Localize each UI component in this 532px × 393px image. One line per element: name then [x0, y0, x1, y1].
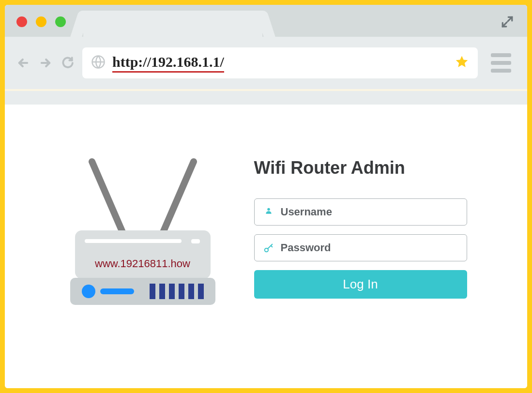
tab-strip	[5, 5, 527, 37]
password-input[interactable]	[281, 242, 458, 254]
browser-toolbar: http://192.168.1.1/	[5, 37, 527, 91]
key-icon	[263, 242, 274, 253]
maximize-window-button[interactable]	[55, 16, 66, 27]
username-input[interactable]	[281, 206, 458, 218]
page-content: www.19216811.how Wifi Router Admin Log I…	[5, 105, 527, 388]
expand-icon[interactable]	[501, 15, 514, 30]
url-text[interactable]: http://192.168.1.1/	[112, 54, 224, 73]
window-controls	[16, 16, 66, 27]
router-icon	[65, 158, 220, 308]
router-watermark-label: www.19216811.how	[65, 257, 220, 270]
svg-rect-3	[191, 239, 200, 243]
svg-rect-11	[188, 284, 194, 299]
browser-window: http://192.168.1.1/	[5, 5, 527, 388]
page-title: Wifi Router Admin	[254, 158, 467, 178]
svg-rect-7	[150, 284, 155, 299]
svg-rect-6	[100, 288, 134, 294]
svg-rect-12	[198, 284, 204, 299]
forward-button[interactable]	[39, 56, 52, 70]
router-illustration: www.19216811.how	[65, 158, 220, 308]
nav-buttons	[16, 56, 74, 70]
close-window-button[interactable]	[16, 16, 27, 27]
address-bar[interactable]: http://192.168.1.1/	[82, 47, 478, 78]
svg-rect-8	[159, 284, 165, 299]
minimize-window-button[interactable]	[36, 16, 46, 27]
globe-icon	[91, 55, 106, 71]
browser-tab[interactable]	[83, 11, 262, 37]
back-button[interactable]	[16, 56, 30, 70]
svg-point-13	[267, 208, 270, 211]
svg-rect-9	[169, 284, 175, 299]
svg-rect-1	[75, 230, 211, 279]
svg-point-5	[82, 285, 95, 298]
toolbar-divider	[5, 91, 527, 105]
person-icon	[263, 207, 274, 217]
login-form: Wifi Router Admin Log In	[254, 158, 467, 299]
reload-button[interactable]	[61, 56, 74, 70]
svg-rect-2	[85, 239, 182, 243]
username-field-wrapper[interactable]	[254, 198, 467, 226]
hamburger-menu-button[interactable]	[486, 48, 516, 77]
password-field-wrapper[interactable]	[254, 234, 467, 261]
bookmark-star-icon[interactable]	[455, 55, 469, 71]
login-button[interactable]: Log In	[254, 270, 467, 299]
svg-rect-10	[179, 284, 184, 299]
